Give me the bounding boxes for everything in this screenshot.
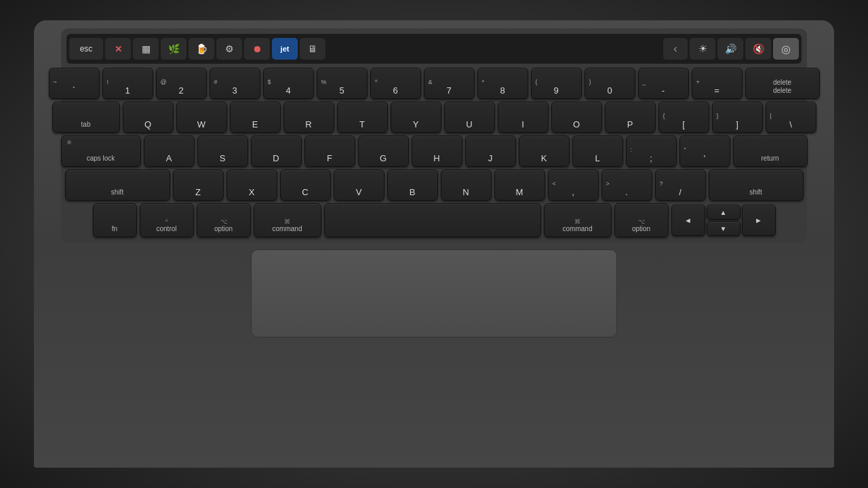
tb-beer-icon[interactable]: 🍺 [189,38,214,60]
key-q[interactable]: Q [123,102,174,133]
key-0[interactable]: ) 0 [585,68,635,99]
key-6[interactable]: ^ 6 [370,68,421,99]
tb-jet-icon[interactable]: jet [272,38,298,60]
key-j[interactable]: J [465,136,516,167]
key-8[interactable]: * 8 [477,68,528,99]
key-period[interactable]: > . [601,169,652,201]
key-command-right[interactable]: ⌘ command [544,203,612,237]
key-m[interactable]: M [494,169,545,201]
key-delete[interactable]: delete delete [745,68,820,99]
number-row: ~ ` ! 1 @ 2 # 3 $ 4 % 5 [66,68,802,99]
key-quote[interactable]: " ' [679,136,730,167]
key-shift-right[interactable]: shift [709,169,804,201]
key-arrow-up[interactable]: ▲ [707,205,741,220]
tb-rec-icon[interactable]: ⏺ [244,38,270,60]
key-arrow-left[interactable]: ◄ [671,205,705,236]
key-bracket-open[interactable]: { [ [658,102,709,133]
key-h[interactable]: H [412,136,462,167]
key-control[interactable]: ^ control [140,203,194,237]
key-option-right[interactable]: ⌥ option [614,203,669,237]
key-t[interactable]: T [337,102,388,133]
key-n[interactable]: N [441,169,492,201]
key-fn[interactable]: fn [93,203,137,237]
key-backtick[interactable]: ~ ` [49,68,100,99]
tb-brightness-icon[interactable]: ☀ [690,38,715,60]
caps-lock-led [67,140,71,144]
tb-tabletool-icon[interactable]: ▦ [133,38,159,60]
tb-siri-icon[interactable]: ◎ [773,38,799,60]
key-minus[interactable]: _ - [638,68,689,99]
key-tab[interactable]: tab [52,102,120,133]
key-l[interactable]: L [572,136,623,167]
keyboard-area: esc ✕ ▦ 🌿 🍺 ⚙ ⏺ jet [61,28,807,243]
tb-gear-icon[interactable]: ⚙ [216,38,242,60]
key-a[interactable]: A [144,136,195,167]
key-f[interactable]: F [304,136,355,167]
key-caps-lock[interactable]: caps lock [61,136,141,167]
key-u[interactable]: U [444,102,495,133]
key-3[interactable]: # 3 [210,68,260,99]
key-v[interactable]: V [334,169,384,201]
key-g[interactable]: G [358,136,409,167]
key-backslash[interactable]: | \ [766,102,816,133]
key-semicolon[interactable]: : ; [626,136,677,167]
tb-leaf-icon[interactable]: 🌿 [161,38,186,60]
key-option-left[interactable]: ⌥ option [197,203,251,237]
key-d[interactable]: D [251,136,302,167]
key-z[interactable]: Z [173,169,224,201]
key-2[interactable]: @ 2 [156,68,207,99]
key-bracket-close[interactable]: } ] [712,102,763,133]
key-arrow-down[interactable]: ▼ [707,221,741,236]
key-shift-left[interactable]: shift [65,169,170,201]
trackpad-area [251,249,617,338]
trackpad[interactable] [251,249,617,338]
key-return[interactable]: return [733,136,808,167]
key-slash[interactable]: ? / [655,169,706,201]
tb-esc-key[interactable]: esc [69,38,103,60]
key-o[interactable]: O [551,102,602,133]
key-1[interactable]: ! 1 [102,68,153,99]
key-w[interactable]: W [176,102,227,133]
key-p[interactable]: P [605,102,656,133]
key-comma[interactable]: < , [548,169,599,201]
bottom-row: fn ^ control ⌥ option ⌘ command ⌘ comman… [66,203,802,237]
key-k[interactable]: K [519,136,570,167]
key-arrow-right[interactable]: ► [742,205,776,236]
key-e[interactable]: E [230,102,281,133]
key-4[interactable]: $ 4 [263,68,314,99]
key-y[interactable]: Y [391,102,441,133]
tb-mute-icon[interactable]: 🔇 [745,38,771,60]
asdf-row: caps lock A S D F G H J K L : ; " ' retu… [66,136,802,167]
key-9[interactable]: ( 9 [531,68,582,99]
key-equals[interactable]: + = [692,68,743,99]
laptop-body: esc ✕ ▦ 🌿 🍺 ⚙ ⏺ jet [34,20,834,468]
tb-volume-icon[interactable]: 🔊 [717,38,743,60]
tb-angle-icon[interactable]: ‹ [663,38,688,60]
key-space[interactable] [324,203,541,237]
key-i[interactable]: I [498,102,549,133]
key-s[interactable]: S [197,136,248,167]
key-5[interactable]: % 5 [317,68,368,99]
zxcv-row: shift Z X C V B N M < , > . ? / shift [66,169,802,201]
key-7[interactable]: & 7 [424,68,475,99]
qwerty-row: tab Q W E R T Y U I O P { [ } ] | \ [66,102,802,133]
touch-bar: esc ✕ ▦ 🌿 🍺 ⚙ ⏺ jet [66,34,802,64]
key-r[interactable]: R [283,102,334,133]
tb-close-icon[interactable]: ✕ [105,38,131,60]
key-b[interactable]: B [387,169,438,201]
tb-screen-icon[interactable]: 🖥 [300,38,326,60]
key-c[interactable]: C [280,169,331,201]
key-command-left[interactable]: ⌘ command [254,203,321,237]
key-x[interactable]: X [226,169,277,201]
